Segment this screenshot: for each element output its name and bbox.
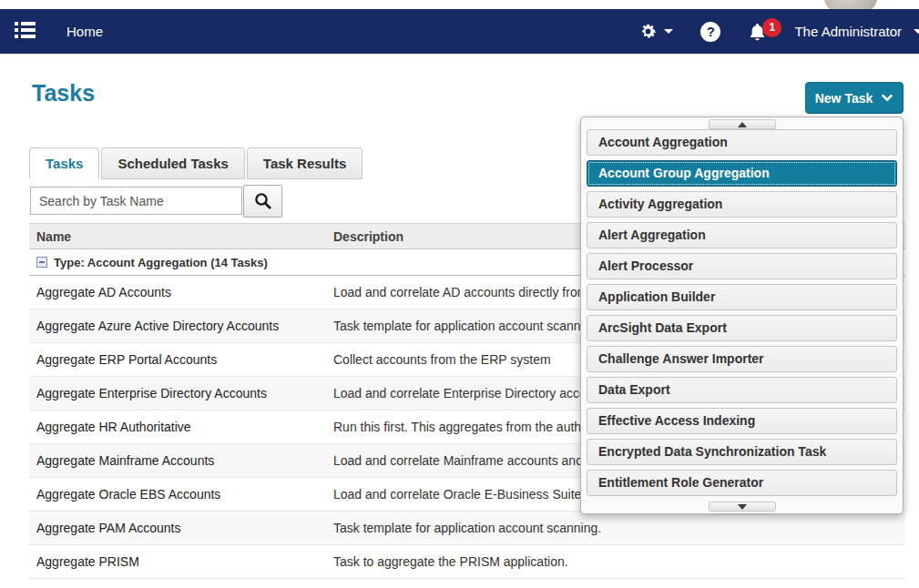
tab-bar: TasksScheduled TasksTask Results xyxy=(29,147,362,179)
question-mark-icon: ? xyxy=(700,22,720,42)
triangle-down-icon xyxy=(738,504,747,510)
dropdown-item[interactable]: Alert Aggregation xyxy=(587,222,897,248)
help-button[interactable]: ? xyxy=(700,22,720,42)
dropdown-item[interactable]: Account Aggregation xyxy=(587,129,897,156)
app-window: Home ? 1 The Administrator xyxy=(0,0,919,588)
task-name-cell: Aggregate AD Accounts xyxy=(29,285,326,299)
collapse-minus-icon xyxy=(36,257,47,268)
dropdown-item[interactable]: Effective Access Indexing xyxy=(587,408,897,434)
user-name-label: The Administrator xyxy=(794,24,902,39)
chevron-down-icon xyxy=(914,29,919,34)
tab-task-results[interactable]: Task Results xyxy=(247,147,362,179)
dropdown-item[interactable]: Entitlement Role Generator xyxy=(587,470,897,496)
dropdown-item[interactable]: Alert Processor xyxy=(587,253,897,279)
task-name-cell: Aggregate Azure Active Directory Account… xyxy=(29,319,326,333)
search-input[interactable] xyxy=(30,187,242,215)
tab-tasks[interactable]: Tasks xyxy=(29,147,99,179)
dropdown-item[interactable]: ArcSight Data Export xyxy=(587,315,897,341)
task-name-cell: Aggregate HR Authoritative xyxy=(29,420,326,434)
table-row[interactable]: Aggregate PRISM Task to aggregate the PR… xyxy=(29,545,905,579)
new-task-label: New Task xyxy=(815,91,873,106)
task-name-cell: Aggregate Mainframe Accounts xyxy=(29,453,326,468)
task-name-cell: Aggregate Oracle EBS Accounts xyxy=(29,487,326,502)
scroll-up-indicator[interactable] xyxy=(709,119,776,129)
column-header-name[interactable]: Name xyxy=(29,229,326,244)
top-navbar: Home ? 1 The Administrator xyxy=(0,9,919,54)
dropdown-item[interactable]: Account Group Aggregation xyxy=(587,160,897,187)
menu-toggle-button[interactable] xyxy=(9,17,41,46)
task-name-cell: Aggregate PAM Accounts xyxy=(29,521,326,535)
dropdown-item[interactable]: Activity Aggregation xyxy=(587,191,897,218)
task-name-cell: Aggregate PRISM xyxy=(29,554,326,569)
gear-icon xyxy=(638,22,658,41)
triangle-up-icon xyxy=(738,122,747,127)
tab-scheduled-tasks[interactable]: Scheduled Tasks xyxy=(101,147,244,179)
task-description-cell: Task to aggregate the PRISM application. xyxy=(326,554,905,569)
dropdown-items: Account AggregationAccount Group Aggrega… xyxy=(587,129,897,496)
group-header-label: Type: Account Aggregation (14 Tasks) xyxy=(54,256,268,269)
chevron-down-icon xyxy=(881,93,893,103)
dropdown-item[interactable]: Application Builder xyxy=(587,284,897,310)
search-row xyxy=(30,185,282,218)
settings-gear-button[interactable] xyxy=(638,22,673,41)
dropdown-item[interactable]: Data Export xyxy=(587,377,897,403)
table-row[interactable]: Aggregate PAM Accounts Task template for… xyxy=(29,512,905,545)
new-task-button[interactable]: New Task xyxy=(805,82,904,114)
chevron-down-icon xyxy=(664,29,673,34)
dropdown-item[interactable]: Challenge Answer Importer xyxy=(587,346,897,372)
list-menu-icon xyxy=(15,21,36,39)
task-description-cell: Task template for application account sc… xyxy=(326,521,905,535)
user-menu-button[interactable]: The Administrator xyxy=(794,24,912,39)
search-icon xyxy=(253,191,273,211)
task-name-cell: Aggregate Enterprise Directory Accounts xyxy=(29,386,326,400)
nav-home-link[interactable]: Home xyxy=(66,24,103,39)
search-button[interactable] xyxy=(243,185,282,218)
notifications-button[interactable]: 1 xyxy=(748,22,767,42)
notification-badge: 1 xyxy=(762,18,781,37)
dropdown-item[interactable]: Encrypted Data Synchronization Task xyxy=(587,439,897,465)
task-name-cell: Aggregate ERP Portal Accounts xyxy=(29,352,326,367)
new-task-dropdown: Account AggregationAccount Group Aggrega… xyxy=(580,117,904,514)
scroll-down-indicator[interactable] xyxy=(709,502,776,512)
navbar-right-group: ? 1 The Administrator xyxy=(638,22,912,42)
page-title: Tasks xyxy=(32,80,95,106)
